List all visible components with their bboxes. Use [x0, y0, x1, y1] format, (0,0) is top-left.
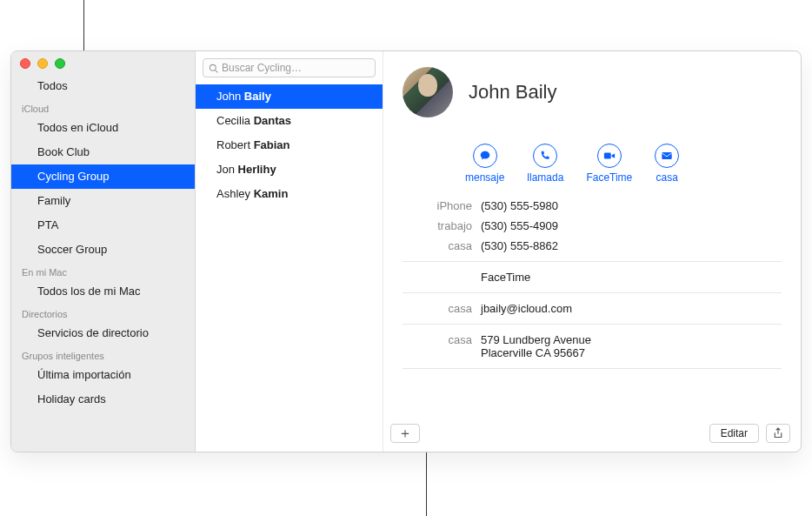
video-icon: [603, 150, 616, 162]
contact-actions: mensaje llamada FaceTime casa: [465, 144, 782, 184]
info-label: iPhone: [403, 199, 481, 212]
action-label: llamada: [527, 171, 563, 184]
share-button[interactable]: [766, 424, 790, 443]
contact-row[interactable]: Cecilia Dantas: [196, 109, 383, 133]
sidebar-section-header: En mi Mac: [11, 262, 195, 279]
sidebar-item[interactable]: Soccer Group: [11, 238, 195, 262]
sidebar-item[interactable]: Family: [11, 189, 195, 213]
sidebar-item[interactable]: PTA: [11, 213, 195, 238]
info-value: (530) 555-5980: [481, 199, 558, 212]
contact-list: John BailyCecilia DantasRobert FabianJon…: [196, 81, 383, 206]
info-label: casa: [403, 333, 481, 359]
contact-name: John Baily: [469, 81, 557, 104]
contact-detail-pane: John Baily mensaje llamada FaceTime casa…: [383, 51, 801, 452]
info-label: [403, 271, 481, 284]
detail-footer: ＋ Editar: [390, 424, 790, 443]
contact-last-name: Baily: [244, 90, 271, 103]
search-placeholder: Buscar Cycling…: [222, 62, 302, 74]
info-value: 579 Lundberg Avenue Placerville CA 95667: [481, 333, 591, 359]
zoom-window-button[interactable]: [55, 58, 65, 69]
sidebar-section-header: iCloud: [11, 98, 195, 116]
sidebar-item[interactable]: Última importación: [11, 363, 195, 387]
sidebar-item[interactable]: Servicios de directorio: [11, 321, 195, 345]
window-controls: [11, 51, 195, 74]
contact-first-name: Ashley: [216, 187, 254, 200]
contact-last-name: Dantas: [254, 114, 291, 127]
info-label: casa: [403, 302, 481, 315]
info-value: (530) 555-4909: [481, 219, 558, 232]
svg-rect-2: [604, 153, 611, 159]
facetime-action[interactable]: FaceTime: [586, 144, 632, 184]
minimize-window-button[interactable]: [37, 58, 48, 69]
divider: [403, 292, 782, 293]
sidebar-item[interactable]: Todos en iCloud: [11, 116, 195, 140]
sidebar-item[interactable]: Holiday cards: [11, 387, 195, 412]
info-label: casa: [403, 239, 481, 252]
sidebar-item[interactable]: Cycling Group: [11, 164, 195, 189]
phone-row[interactable]: casa(530) 555-8862: [403, 236, 782, 256]
divider: [403, 368, 782, 369]
phone-row[interactable]: iPhone(530) 555-5980: [403, 196, 782, 216]
edit-button[interactable]: Editar: [709, 424, 759, 443]
mail-icon: [661, 150, 673, 162]
info-value: (530) 555-8862: [481, 239, 558, 252]
sidebar: Todos iCloudTodos en iCloudBook ClubCycl…: [11, 51, 196, 452]
call-action[interactable]: llamada: [527, 144, 563, 184]
message-action[interactable]: mensaje: [465, 144, 504, 184]
callout-line-bottom: [426, 452, 427, 516]
divider: [403, 324, 782, 325]
action-label: mensaje: [465, 171, 504, 184]
address-row[interactable]: casa 579 Lundberg Avenue Placerville CA …: [403, 330, 782, 363]
sidebar-section-header: Directorios: [11, 304, 195, 321]
contact-first-name: Jon: [216, 163, 238, 176]
message-icon: [479, 150, 491, 162]
contact-row[interactable]: Ashley Kamin: [196, 182, 383, 206]
action-label: casa: [656, 171, 678, 184]
address-line2: Placerville CA 95667: [481, 346, 591, 359]
contact-row[interactable]: Robert Fabian: [196, 133, 383, 157]
search-input[interactable]: Buscar Cycling…: [203, 58, 376, 77]
sidebar-section-header: Grupos inteligentes: [11, 345, 195, 363]
info-value: FaceTime: [481, 271, 530, 284]
facetime-row[interactable]: FaceTime: [403, 267, 782, 287]
email-row[interactable]: casa jbaily@icloud.com: [403, 298, 782, 318]
share-icon: [773, 427, 783, 439]
divider: [403, 261, 782, 262]
phone-icon: [539, 150, 551, 162]
contact-first-name: Cecilia: [216, 114, 254, 127]
svg-point-0: [210, 64, 216, 70]
info-label: trabajo: [403, 219, 481, 232]
address-line1: 579 Lundberg Avenue: [481, 333, 591, 346]
contact-last-name: Kamin: [254, 187, 289, 200]
callout-line-top: [83, 0, 84, 50]
contacts-window: Todos iCloudTodos en iCloudBook ClubCycl…: [10, 50, 802, 452]
contact-row[interactable]: John Baily: [196, 84, 383, 109]
sidebar-item[interactable]: Todos los de mi Mac: [11, 279, 195, 304]
info-value: jbaily@icloud.com: [481, 302, 572, 315]
contact-last-name: Fabian: [254, 138, 290, 151]
contact-last-name: Herlihy: [238, 163, 276, 176]
svg-line-1: [216, 70, 218, 72]
contact-row[interactable]: Jon Herlihy: [196, 157, 383, 182]
add-button[interactable]: ＋: [390, 424, 420, 443]
search-icon: [209, 64, 218, 73]
action-label: FaceTime: [586, 171, 632, 184]
svg-rect-3: [662, 152, 672, 159]
email-action[interactable]: casa: [655, 144, 679, 184]
plus-icon: ＋: [398, 425, 412, 443]
avatar[interactable]: [403, 67, 453, 117]
contact-first-name: Robert: [216, 138, 254, 151]
sidebar-item-all[interactable]: Todos: [11, 74, 195, 98]
contact-list-pane: Buscar Cycling… John BailyCecilia Dantas…: [196, 51, 383, 452]
contact-first-name: John: [216, 90, 244, 103]
close-window-button[interactable]: [20, 58, 30, 69]
phone-row[interactable]: trabajo(530) 555-4909: [403, 216, 782, 236]
sidebar-item[interactable]: Book Club: [11, 140, 195, 164]
